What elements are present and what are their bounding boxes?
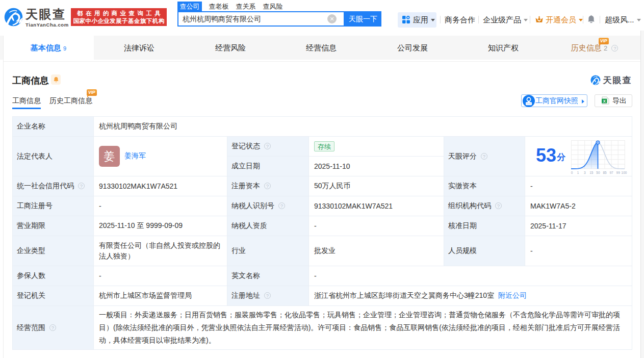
svg-text:0: 0 — [571, 171, 573, 174]
svg-text:97: 97 — [609, 171, 613, 174]
svg-text:100: 100 — [622, 171, 627, 174]
svg-text:1: 1 — [577, 171, 579, 174]
svg-text:3: 3 — [584, 171, 586, 174]
svg-text:X: X — [603, 99, 606, 104]
svg-text:15: 15 — [589, 171, 594, 174]
svg-text:99: 99 — [616, 171, 621, 174]
svg-text:50: 50 — [596, 171, 600, 174]
svg-text:85: 85 — [603, 171, 607, 174]
